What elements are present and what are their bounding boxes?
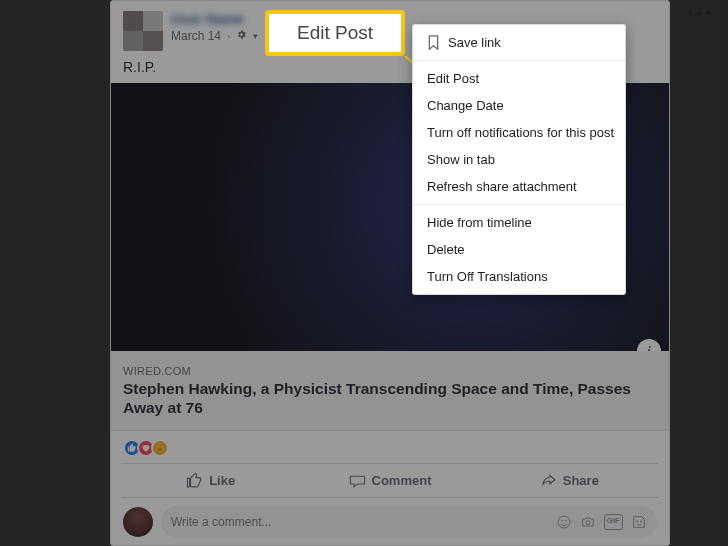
menu-label: Edit Post — [427, 71, 479, 86]
svg-point-2 — [558, 516, 570, 528]
annotation-callout: Edit Post — [265, 10, 405, 56]
menu-show-in-tab[interactable]: Show in tab — [413, 146, 625, 173]
link-source: WIRED.COM — [123, 365, 657, 377]
header-meta: User Name March 14 · ▾ — [171, 11, 258, 43]
info-icon[interactable]: i — [637, 339, 661, 351]
menu-save-link-label: Save link — [448, 35, 501, 50]
menu-separator — [413, 204, 625, 205]
post-options-button[interactable]: ••• — [687, 8, 714, 18]
username[interactable]: User Name — [171, 11, 258, 27]
callout-label: Edit Post — [297, 22, 373, 44]
menu-hide-from-timeline[interactable]: Hide from timeline — [413, 209, 625, 236]
reactions-bar[interactable] — [111, 431, 669, 463]
comment-input-wrap[interactable]: GIF — [161, 506, 657, 538]
avatar[interactable] — [123, 11, 163, 51]
svg-point-5 — [586, 520, 590, 524]
menu-save-link[interactable]: Save link — [413, 29, 625, 56]
chevron-down-icon[interactable]: ▾ — [253, 31, 258, 41]
svg-point-3 — [561, 520, 562, 521]
menu-turn-off-notifications[interactable]: Turn off notifications for this post — [413, 119, 625, 146]
gear-icon[interactable] — [236, 29, 247, 43]
menu-label: Hide from timeline — [427, 215, 532, 230]
menu-delete[interactable]: Delete — [413, 236, 625, 263]
svg-point-7 — [640, 521, 641, 522]
link-title: Stephen Hawking, a Physicist Transcendin… — [123, 379, 657, 418]
avatar[interactable] — [123, 507, 153, 537]
smiley-icon[interactable] — [556, 514, 572, 530]
link-preview[interactable]: WIRED.COM Stephen Hawking, a Physicist T… — [111, 351, 669, 431]
like-button[interactable]: Like — [121, 464, 300, 497]
comment-input-icons: GIF — [556, 514, 647, 530]
menu-turn-off-translations[interactable]: Turn Off Translations — [413, 263, 625, 290]
comment-button[interactable]: Comment — [300, 464, 479, 497]
menu-refresh-attachment[interactable]: Refresh share attachment — [413, 173, 625, 200]
like-label: Like — [209, 473, 235, 488]
svg-point-0 — [158, 446, 159, 447]
comment-input[interactable] — [171, 515, 556, 529]
sad-reaction-icon — [151, 439, 169, 457]
action-bar: Like Comment Share — [121, 463, 659, 498]
post-date[interactable]: March 14 — [171, 29, 221, 43]
menu-label: Delete — [427, 242, 465, 257]
svg-point-1 — [161, 446, 162, 447]
share-label: Share — [563, 473, 599, 488]
menu-label: Turn off notifications for this post — [427, 125, 614, 140]
menu-change-date[interactable]: Change Date — [413, 92, 625, 119]
comment-row: GIF — [111, 498, 669, 546]
menu-separator — [413, 60, 625, 61]
gif-icon[interactable]: GIF — [604, 514, 623, 530]
menu-label: Change Date — [427, 98, 504, 113]
camera-icon[interactable] — [580, 514, 596, 530]
menu-label: Refresh share attachment — [427, 179, 577, 194]
menu-label: Turn Off Translations — [427, 269, 548, 284]
comment-label: Comment — [372, 473, 432, 488]
share-button[interactable]: Share — [480, 464, 659, 497]
menu-edit-post[interactable]: Edit Post — [413, 65, 625, 92]
menu-label: Show in tab — [427, 152, 495, 167]
svg-point-6 — [636, 521, 637, 522]
bookmark-icon — [427, 35, 440, 50]
post-options-menu: Save link Edit Post Change Date Turn off… — [412, 24, 626, 295]
svg-point-4 — [565, 520, 566, 521]
sticker-icon[interactable] — [631, 514, 647, 530]
